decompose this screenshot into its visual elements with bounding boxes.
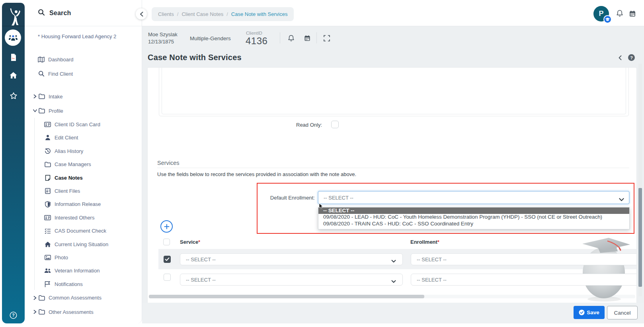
sidebar-search[interactable]: Search — [25, 0, 142, 26]
sidebar-item-common-assessments[interactable]: Common Assessments — [25, 291, 142, 305]
sidebar-item-find-client[interactable]: Find Client — [25, 67, 142, 81]
select-all-checkbox[interactable] — [163, 239, 170, 245]
sidebar-item-veteran-information[interactable]: Veteran Information — [25, 264, 142, 277]
chevron-down-icon — [32, 108, 38, 114]
enrollment-select-2[interactable]: -- SELECT -- — [411, 274, 637, 286]
cancel-button[interactable]: Cancel — [607, 306, 638, 319]
flag-icon — [44, 281, 51, 288]
sidebar-item-alias-history[interactable]: Alias History — [25, 145, 142, 158]
client-calendar-icon[interactable] — [304, 35, 310, 43]
mouse-cursor — [319, 204, 324, 211]
horizontal-scrollbar-thumb[interactable] — [149, 295, 424, 298]
notifications-bell-icon[interactable] — [616, 10, 623, 19]
sidebar-item-label: Dashboard — [48, 57, 74, 63]
service-select-1[interactable]: -- SELECT -- — [180, 253, 403, 265]
agency-name[interactable]: * Housing Forward Lead Agency 2 — [38, 33, 116, 39]
photo-icon — [44, 254, 51, 261]
service-select-2[interactable]: -- SELECT -- — [180, 274, 403, 286]
sidebar-item-current-living-situation[interactable]: Current Living Situation — [25, 237, 142, 251]
sidebar-item-label: CAS Document Check — [55, 228, 106, 234]
people-icon — [44, 267, 51, 274]
services-divider — [157, 168, 629, 168]
read-only-checkbox[interactable] — [331, 121, 339, 128]
footer-bar: Save Cancel — [142, 303, 644, 323]
sidebar-item-profile[interactable]: Profile — [25, 104, 142, 118]
breadcrumb-link[interactable]: Client Case Notes — [181, 11, 223, 17]
sidebar-item-client-files[interactable]: Client Files — [25, 184, 142, 198]
app-window: ? Search * Housing Forward Lead Agency 2… — [0, 0, 644, 327]
history-icon — [44, 148, 51, 155]
calendar-icon[interactable] — [629, 10, 636, 19]
person-icon — [44, 134, 51, 141]
rail-item-home[interactable] — [2, 72, 25, 79]
sidebar-item-label: Alias History — [55, 148, 83, 154]
rail-item-files[interactable] — [2, 53, 25, 61]
add-service-button[interactable] — [160, 220, 173, 233]
breadcrumb-separator: / — [226, 11, 228, 17]
sidebar-item-label: Veteran Information — [55, 268, 100, 274]
sidebar-item-photo[interactable]: Photo — [25, 251, 142, 264]
sidebar-item-client-id-scan-card[interactable]: Client ID Scan Card — [25, 118, 142, 131]
rail-divider — [2, 26, 25, 26]
service-header-label: Service — [180, 239, 198, 245]
services-heading: Services — [157, 160, 180, 166]
save-button[interactable]: Save — [574, 306, 605, 319]
sidebar-item-case-managers[interactable]: Case Managers — [25, 158, 142, 171]
search-icon — [38, 70, 45, 77]
banner-divider — [280, 32, 280, 43]
breadcrumb-link[interactable]: Clients — [158, 11, 174, 17]
graduation-cap-badge-icon — [603, 15, 612, 23]
top-header: Clients/Client Case Notes/Case Note with… — [142, 0, 644, 26]
sidebar-item-label: Find Client — [48, 71, 73, 77]
vertical-scrollbar-thumb[interactable] — [638, 188, 642, 287]
back-button[interactable] — [136, 8, 147, 20]
sidebar: Search * Housing Forward Lead Agency 2 D… — [25, 0, 142, 323]
client-bell-icon[interactable] — [288, 35, 295, 43]
checklist-icon — [44, 227, 51, 234]
sidebar-item-intake[interactable]: Intake — [25, 90, 142, 104]
service-select-2-value: -- SELECT -- — [186, 277, 216, 283]
chevron-right-icon — [32, 295, 38, 301]
sidebar-item-edit-client[interactable]: Edit Client — [25, 131, 142, 144]
help-icon[interactable]: ? — [628, 54, 635, 61]
fullscreen-icon[interactable] — [324, 35, 330, 43]
enrollment-select-2-value: -- SELECT -- — [417, 277, 447, 283]
sidebar-item-notifications[interactable]: Notifications — [25, 278, 142, 291]
rail-help-icon[interactable]: ? — [2, 311, 25, 319]
client-id-value: 4136 — [246, 35, 267, 47]
required-asterisk: * — [198, 239, 200, 245]
rail-item-caseload[interactable] — [5, 29, 21, 46]
collapse-chevron-icon[interactable] — [619, 55, 622, 62]
main-content: Moe Szyslak 12/13/1875 Multiple-Genders … — [142, 26, 644, 323]
service-select-1-value: -- SELECT -- — [186, 257, 216, 262]
search-icon — [38, 9, 45, 18]
note-textarea[interactable] — [162, 67, 626, 114]
left-rail: ? — [2, 3, 25, 323]
sidebar-item-label: Common Assessments — [49, 295, 101, 301]
sidebar-item-label: Case Managers — [55, 161, 91, 167]
enrollment-select-1[interactable]: -- SELECT -- — [411, 253, 637, 265]
row-checkbox[interactable] — [164, 274, 171, 281]
sidebar-item-interested-others[interactable]: Interested Others — [25, 211, 142, 224]
page-title: Case Note with Services — [148, 53, 242, 62]
idcard-icon — [44, 214, 51, 221]
row-checkbox-checked[interactable] — [164, 256, 171, 263]
idcard-icon — [44, 121, 51, 128]
note-icon — [44, 174, 51, 181]
sidebar-item-case-notes[interactable]: Case Notes — [25, 171, 142, 184]
folder-icon — [38, 93, 45, 100]
breadcrumb-current[interactable]: Case Note with Services — [231, 11, 288, 17]
sidebar-item-dashboard[interactable]: Dashboard — [25, 53, 142, 67]
folder-icon — [38, 108, 45, 114]
sidebar-item-label: Client Files — [55, 188, 80, 194]
rail-item-favorites[interactable] — [2, 92, 25, 100]
sidebar-item-cas-document-check[interactable]: CAS Document Check — [25, 224, 142, 237]
sidebar-item-other-assessments[interactable]: Other Assessments — [25, 305, 142, 319]
chevron-down-icon — [391, 257, 396, 264]
save-label: Save — [587, 309, 599, 315]
chevron-right-icon — [32, 94, 38, 100]
client-dob: 12/13/1875 — [148, 38, 178, 45]
sidebar-item-information-release[interactable]: Information Release — [25, 198, 142, 211]
app-logo-icon[interactable] — [6, 8, 21, 26]
folder-icon — [38, 294, 45, 301]
